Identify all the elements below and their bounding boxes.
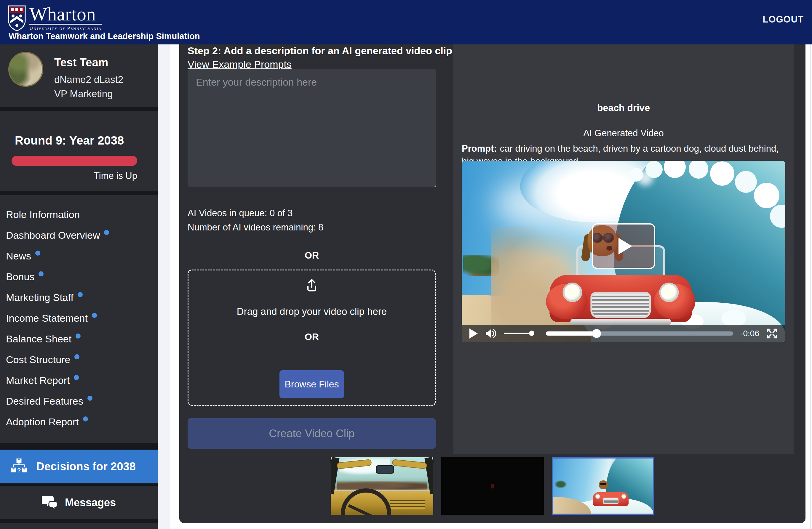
create-video-clip-button[interactable]: Create Video Clip [188,418,436,449]
sidebar-item-label: Adoption Report [6,416,79,428]
play-overlay-button[interactable] [592,223,655,269]
sidebar-item-label: Dashboard Overview [6,230,100,241]
member-name: dName2 dLast2 [54,74,123,85]
video-panel: beach drive AI Generated Video Prompt:ca… [453,44,794,454]
sidebar-item-label: Income Statement [6,312,88,324]
content-scrollbar-gutter[interactable] [158,44,179,529]
messages-button[interactable]: Messages [0,486,158,519]
decisions-button[interactable]: ? Decisions for 2038 [0,450,158,483]
header: Wharton University of Pennsylvania Whart… [0,0,812,44]
sidebar-item-label: Desired Features [6,395,83,407]
sidebar-item-desired-features[interactable]: Desired Features [6,391,158,411]
upload-dropzone[interactable]: Drag and drop your video clip here OR Br… [188,269,436,406]
sidebar-item-label: Marketing Staff [6,292,73,303]
team-name: Test Team [54,56,108,69]
sidebar-item-balance-sheet[interactable]: Balance Sheet [6,328,158,349]
sidebar: Test Team dName2 dLast2 VP Marketing Rou… [0,44,158,529]
sidebar-item-label: Cost Structure [6,354,70,366]
play-button[interactable] [469,328,478,339]
notification-dot [35,251,40,255]
sidebar-item-label: Balance Sheet [6,333,71,345]
progress-bar[interactable] [546,331,733,336]
team-avatar [8,52,43,87]
round-progress-bar [12,156,137,166]
thumbnail-strip [179,457,806,515]
sidebar-item-news[interactable]: News [6,246,158,266]
video-subtitle: AI Generated Video [453,128,794,138]
sidebar-item-role-information[interactable]: Role Information [6,204,158,225]
member-role: VP Marketing [54,88,113,100]
decisions-icon: ? [10,458,28,475]
thumbnail-beach-drive-selected[interactable] [552,457,654,515]
app-title: Wharton Teamwork and Leadership Simulati… [9,31,200,41]
notification-dot [39,271,44,276]
thumbnail-black-frame[interactable] [441,457,544,515]
notification-dot [75,334,81,339]
svg-text:?: ? [17,467,21,474]
thumbnail-yellow-car-interior[interactable] [331,457,433,515]
upload-icon [303,277,320,294]
sidebar-item-market-report[interactable]: Market Report [6,370,158,391]
notification-dot [74,375,79,380]
play-icon [619,238,632,254]
progress-thumb[interactable] [592,329,601,338]
sidebar-item-adoption-report[interactable]: Adoption Report [6,411,158,432]
notification-dot [83,416,88,422]
video-title: beach drive [453,102,794,114]
sidebar-nav: Role Information Dashboard Overview News… [0,195,158,443]
fullscreen-icon[interactable] [766,328,778,339]
prompt-label: Prompt: [462,143,497,154]
volume-fill [504,333,532,334]
video-controls: -0:06 [462,325,785,342]
time-remaining: -0:06 [740,329,759,338]
wharton-logo: Wharton University of Pennsylvania [8,5,102,31]
sidebar-item-label: Role Information [6,209,80,220]
dropzone-text: Drag and drop your video clip here [188,306,435,317]
volume-icon[interactable] [485,328,497,339]
decisions-label: Decisions for 2038 [36,460,136,473]
sidebar-next-section [0,523,158,529]
messages-label: Messages [65,496,116,509]
sidebar-item-label: Bonus [6,271,34,282]
sidebar-item-label: News [6,250,31,262]
brand-tagline: University of Pennsylvania [29,26,102,31]
notification-dot [92,313,97,318]
notification-dot [87,396,92,401]
penn-shield-icon [8,5,26,31]
description-textarea[interactable] [188,69,436,187]
round-timer-section: Round 9: Year 2038 Time is Up [0,112,158,191]
team-profile-section: Test Team dName2 dLast2 VP Marketing [0,44,158,107]
sidebar-item-bonus[interactable]: Bonus [6,266,158,287]
messages-icon [42,495,58,510]
page-scrollbar[interactable] [810,44,811,529]
volume-slider[interactable] [504,331,539,336]
sidebar-item-marketing-staff[interactable]: Marketing Staff [6,287,158,308]
sidebar-item-label: Market Report [6,375,70,386]
sidebar-item-cost-structure[interactable]: Cost Structure [6,349,158,370]
progress-fill [546,332,597,336]
timer-status: Time is Up [12,171,137,181]
remaining-status: Number of AI videos remaining: 8 [188,222,323,233]
or-divider: OR [188,250,436,261]
queue-status: AI Videos in queue: 0 of 3 [188,208,292,219]
sidebar-item-income-statement[interactable]: Income Statement [6,308,158,328]
logout-button[interactable]: LOGOUT [763,14,804,25]
video-player[interactable]: -0:06 [462,161,785,342]
notification-dot [74,354,79,359]
notification-dot [78,292,83,297]
sidebar-item-dashboard-overview[interactable]: Dashboard Overview [6,225,158,246]
video-clip-form: Step 2: Add a description for an AI gene… [179,44,453,523]
brand-wordmark: Wharton [29,5,102,25]
or-divider: OR [188,332,435,342]
browse-files-button[interactable]: Browse Files [279,370,344,398]
volume-thumb[interactable] [529,330,534,336]
notification-dot [104,230,109,235]
round-heading: Round 9: Year 2038 [15,134,124,147]
video-art-wave-foam [629,168,643,181]
main-card: Step 2: Add a description for an AI gene… [179,44,806,523]
step-heading: Step 2: Add a description for an AI gene… [188,45,452,57]
